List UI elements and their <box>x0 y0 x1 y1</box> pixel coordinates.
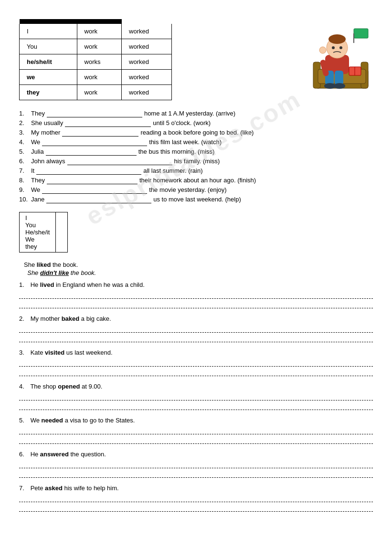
item-blank[interactable] <box>46 148 137 156</box>
item-after: in England when he was a child. <box>54 281 144 288</box>
item-bold: asked <box>45 484 63 492</box>
write-line-2[interactable] <box>19 301 373 308</box>
item-after: his wife to help him. <box>63 484 119 492</box>
item-num: 2. <box>19 119 31 126</box>
write-line-2[interactable] <box>19 470 373 478</box>
exercise2-item: 4. The shop opened at 9.00. <box>19 383 373 410</box>
write-line-1[interactable] <box>19 495 373 502</box>
item-before: My mother <box>31 315 62 322</box>
item-num: 10. <box>19 196 31 203</box>
item-num: 4. <box>19 383 29 390</box>
item-blank[interactable] <box>65 119 151 127</box>
table-past: worked <box>122 24 172 39</box>
item-before: The shop <box>30 383 58 390</box>
table-subject: they <box>20 84 77 100</box>
item-blank[interactable] <box>62 129 138 137</box>
write-line-1[interactable] <box>19 325 373 333</box>
item-num: 1. <box>19 281 29 288</box>
item-blank[interactable] <box>67 158 172 165</box>
item-before: They <box>31 110 45 117</box>
write-line-2[interactable] <box>19 402 373 410</box>
neg-subject: We <box>25 236 50 243</box>
write-line-2[interactable] <box>19 436 373 444</box>
item-num: 5. <box>19 148 31 155</box>
col-header-present <box>20 19 77 24</box>
write-line-1[interactable] <box>19 427 373 434</box>
item-num: 9. <box>19 186 31 193</box>
exercise1-item: 4. We this film last week. (watch) <box>19 138 373 146</box>
svg-rect-15 <box>354 29 368 38</box>
exercise2-item: 2. My mother baked a big cake. <box>19 315 373 342</box>
item-bold: baked <box>62 315 80 322</box>
item-num: 7. <box>19 484 29 492</box>
exercise2-section: She liked the book. She didn't like the … <box>19 261 373 512</box>
item-after: until 5 o'clock. (work) <box>153 119 211 126</box>
exercise2-item: 1. He lived in England when he was a chi… <box>19 281 373 308</box>
item-blank[interactable] <box>47 110 142 117</box>
svg-point-10 <box>328 34 346 44</box>
write-line-1[interactable] <box>19 461 373 468</box>
svg-rect-5 <box>335 71 343 85</box>
item-after: home at 1 A.M yesterday. (arrive) <box>144 110 235 117</box>
write-line-2[interactable] <box>19 335 373 342</box>
exercise1-item: 9. We the movie yesterday. (enjoy) <box>19 186 373 194</box>
top-section: I work worked You work worked he/she/it … <box>19 19 373 100</box>
neg-subject: I <box>25 214 50 221</box>
write-line-2[interactable] <box>19 504 373 512</box>
item-blank[interactable] <box>36 167 141 175</box>
item-blank[interactable] <box>42 186 147 194</box>
item-bold: needed <box>42 417 64 424</box>
neg-form <box>56 212 68 253</box>
example-line2: She didn't like the book. <box>24 269 373 276</box>
item-after: his family. (miss) <box>174 158 220 165</box>
table-past: worked <box>122 39 172 54</box>
table-present: work <box>77 69 121 84</box>
item-num: 4. <box>19 138 31 146</box>
item-after: this film last week. (watch) <box>149 138 222 146</box>
exercise1-item: 7. It all last summer. (rain) <box>19 167 373 175</box>
exercise2-item: 3. Kate visited us last weekend. <box>19 349 373 376</box>
write-line-1[interactable] <box>19 291 373 299</box>
item-before: He <box>31 451 40 458</box>
exercise1-section: 1. They home at 1 A.M yesterday. (arrive… <box>19 110 373 203</box>
exercise1-item: 10. Jane us to move last weekend. (help) <box>19 196 373 203</box>
table-past: worked <box>122 54 172 69</box>
item-bold: visited <box>45 349 64 356</box>
write-line-1[interactable] <box>19 359 373 367</box>
item-num: 5. <box>19 417 29 424</box>
item-bold: lived <box>40 281 54 288</box>
item-before: He <box>31 281 40 288</box>
item-before: Julia <box>31 148 44 155</box>
item-after: us to move last weekend. (help) <box>153 196 241 203</box>
table-present: work <box>77 24 121 39</box>
item-before: Kate <box>31 349 45 356</box>
item-num: 1. <box>19 110 31 117</box>
svg-point-8 <box>334 83 345 89</box>
svg-point-11 <box>332 46 335 49</box>
item-num: 3. <box>19 129 31 136</box>
neg-table: IYouHe/she/itWethey <box>19 212 68 253</box>
write-line-1[interactable] <box>19 393 373 400</box>
exercise1-item: 5. Julia the bus this morning. (miss) <box>19 148 373 156</box>
item-before: Pete <box>31 484 45 492</box>
item-blank[interactable] <box>46 196 151 203</box>
exercise1-item: 3. My mother reading a book before going… <box>19 129 373 137</box>
neg-subject: You <box>25 221 50 229</box>
write-line-2[interactable] <box>19 368 373 376</box>
exercise2-item: 5. We needed a visa to go to the States. <box>19 417 373 444</box>
table-subject: he/she/it <box>20 54 77 69</box>
item-before: She usually <box>31 119 63 126</box>
exercise2-item: 7. Pete asked his wife to help him. <box>19 484 373 512</box>
item-blank[interactable] <box>42 138 147 146</box>
item-after: the question. <box>69 451 106 458</box>
item-after: the bus this morning. (miss) <box>138 148 215 155</box>
item-before: My mother <box>31 129 60 136</box>
item-after: at 9.00. <box>80 383 102 390</box>
item-after: all last summer. (rain) <box>143 167 202 174</box>
neg-subjects: IYouHe/she/itWethey <box>20 212 56 253</box>
item-blank[interactable] <box>47 177 138 184</box>
item-before: We <box>31 138 40 146</box>
item-bold: answered <box>40 451 69 458</box>
example-bold-word: liked <box>37 261 51 268</box>
col-header-past <box>77 19 121 24</box>
